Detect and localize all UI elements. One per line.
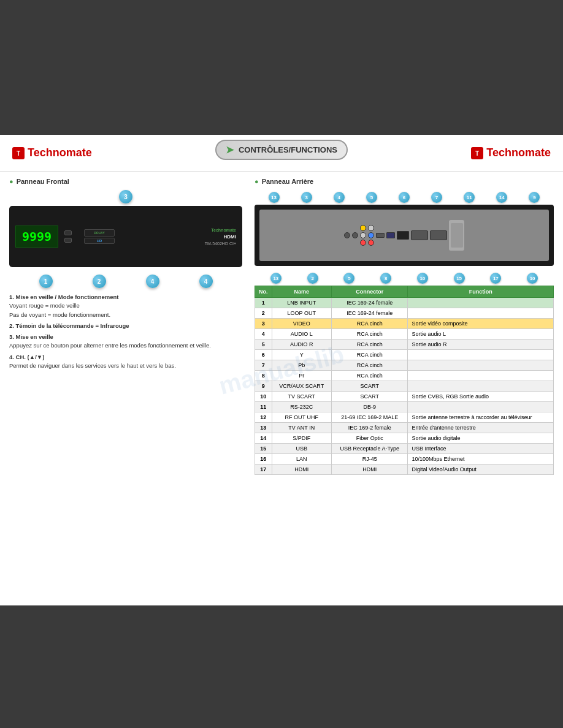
- table-row: 6YRCA cinch: [255, 350, 554, 360]
- rb-10b: 10: [527, 273, 538, 284]
- cell-function: [408, 360, 554, 371]
- cell-function: [408, 381, 554, 392]
- cell-function: Sortie audio R: [408, 339, 554, 350]
- cell-function: Sortie audio digitale: [408, 433, 554, 444]
- table-row: 10TV SCARTSCARTSortie CVBS, RGB Sortie a…: [255, 392, 554, 402]
- cell-name: LNB INPUT: [272, 298, 332, 308]
- cell-connector: SCART: [332, 392, 408, 402]
- rb-11: 11: [464, 192, 475, 203]
- cell-name: USB: [272, 444, 332, 454]
- table-row: 12RF OUT UHF21-69 IEC 169-2 MALESortie a…: [255, 412, 554, 423]
- cell-no: 16: [255, 454, 272, 464]
- front-panel-image: 9999 DOLBY HD Technom: [9, 206, 242, 267]
- front-panel-label: Panneau Frontal: [9, 178, 242, 185]
- connection-table: No. Name Connector Function 1LNB INPUTIE…: [255, 286, 554, 475]
- technomate-icon-right: T: [471, 147, 483, 159]
- rb-8: 8: [380, 273, 391, 284]
- rb-17: 17: [490, 273, 501, 284]
- rb-14: 14: [496, 192, 507, 203]
- table-row: 4AUDIO LRCA cinchSortie audio L: [255, 329, 554, 339]
- bubble-2: 2: [93, 275, 106, 288]
- port-pr: [368, 240, 374, 246]
- table-row: 1LNB INPUTIEC 169-24 female: [255, 298, 554, 308]
- cell-connector: SCART: [332, 381, 408, 392]
- cell-connector: RCA cinch: [332, 360, 408, 371]
- cell-no: 11: [255, 402, 272, 412]
- rb-13b: 13: [270, 273, 282, 284]
- cell-no: 6: [255, 350, 272, 360]
- logo-left: T Technomate: [12, 146, 92, 159]
- cell-name: AUDIO L: [272, 329, 332, 339]
- table-row: 14S/PDIFFiber OpticSortie audio digitale: [255, 433, 554, 444]
- rb-7: 7: [431, 192, 442, 203]
- rb-10: 10: [417, 273, 428, 284]
- cell-connector: RCA cinch: [332, 319, 408, 329]
- right-column: Panneau Arrière 13 3 4 5 6 7 11 14 9: [255, 178, 554, 599]
- descriptions: 1. Mise en veille / Mode fonctionnement …: [9, 293, 242, 370]
- cell-connector: RCA cinch: [332, 339, 408, 350]
- desc-4: 4. CH. (▲/▼) Permet de naviguer dans les…: [9, 353, 242, 371]
- cell-connector: IEC 169-2 female: [332, 423, 408, 433]
- cell-no: 4: [255, 329, 272, 339]
- cell-name: Pr: [272, 371, 332, 381]
- logo-right-text: Technomate: [486, 146, 551, 159]
- cell-function: Sortie audio L: [408, 329, 554, 339]
- cell-function: [408, 371, 554, 381]
- cell-function: [408, 350, 554, 360]
- cell-name: RF OUT UHF: [272, 412, 332, 423]
- svg-text:T: T: [475, 150, 479, 157]
- cell-connector: 21-69 IEC 169-2 MALE: [332, 412, 408, 423]
- bubble-3: 3: [119, 190, 132, 203]
- cell-name: VIDEO: [272, 319, 332, 329]
- table-row: 8PrRCA cinch: [255, 371, 554, 381]
- rb-5b: 5: [343, 273, 354, 284]
- table-row: 17HDMIHDMIDigital Video/Audio Output: [255, 464, 554, 475]
- port-hdmi: [397, 231, 409, 240]
- port-audio-l: [360, 232, 366, 238]
- cell-name: HDMI: [272, 464, 332, 475]
- cell-name: AUDIO R: [272, 339, 332, 350]
- cell-connector: RJ-45: [332, 454, 408, 464]
- cell-no: 2: [255, 308, 272, 319]
- cell-function: Sortie vidéo composite: [408, 319, 554, 329]
- fp-logos: Technomate HDMI TM-5402HD CI+: [205, 228, 236, 246]
- fp-btn-2: [64, 238, 72, 243]
- cell-function: [408, 308, 554, 319]
- table-row: 7PbRCA cinch: [255, 360, 554, 371]
- cell-no: 7: [255, 360, 272, 371]
- port-y: [368, 225, 374, 231]
- col-connector: Connector: [332, 286, 408, 298]
- rb-15: 15: [454, 273, 465, 284]
- content-area: T Technomate ➤ CONTRÔLES/FUNCTIONS T Tec…: [0, 135, 563, 605]
- svg-text:T: T: [17, 150, 20, 157]
- technomate-icon-left: T: [12, 147, 25, 159]
- rear-bubbles-bottom: 13 2 5 8 10 15 17 10: [255, 271, 554, 286]
- table-row: 11RS-232CDB-9: [255, 402, 554, 412]
- desc-2: 2. Témoin de la télécommande = Infraroug…: [9, 322, 242, 330]
- table-row: 13TV ANT INIEC 169-2 femaleEntrée d'ante…: [255, 423, 554, 433]
- table-row: 16LANRJ-4510/100Mbps Ethernet: [255, 454, 554, 464]
- cell-name: Y: [272, 350, 332, 360]
- port-pb: [368, 232, 374, 238]
- cell-no: 10: [255, 392, 272, 402]
- desc-1: 1. Mise en veille / Mode fonctionnement …: [9, 293, 242, 319]
- cell-connector: RCA cinch: [332, 350, 408, 360]
- fp-model: TM-5402HD CI+: [205, 241, 236, 246]
- bubble-row-bottom: 1 2 4 4: [9, 275, 242, 288]
- cell-connector: HDMI: [332, 464, 408, 475]
- cell-no: 13: [255, 423, 272, 433]
- cell-no: 14: [255, 433, 272, 444]
- desc-3: 3. Mise en veille Appuyez sur ce bouton …: [9, 333, 242, 351]
- port-loop: [352, 232, 358, 238]
- port-lan: [386, 232, 395, 238]
- logo-right: T Technomate: [471, 146, 551, 159]
- table-row: 15USBUSB Receptacle A-TypeUSB Interface: [255, 444, 554, 454]
- cell-connector: RCA cinch: [332, 371, 408, 381]
- bottom-band: [0, 605, 563, 728]
- cell-connector: IEC 169-24 female: [332, 298, 408, 308]
- logo-left-text: Technomate: [28, 146, 92, 159]
- cell-name: LOOP OUT: [272, 308, 332, 319]
- arrow-icon: ➤: [226, 144, 234, 156]
- cell-name: TV SCART: [272, 392, 332, 402]
- fp-buttons: [64, 230, 72, 243]
